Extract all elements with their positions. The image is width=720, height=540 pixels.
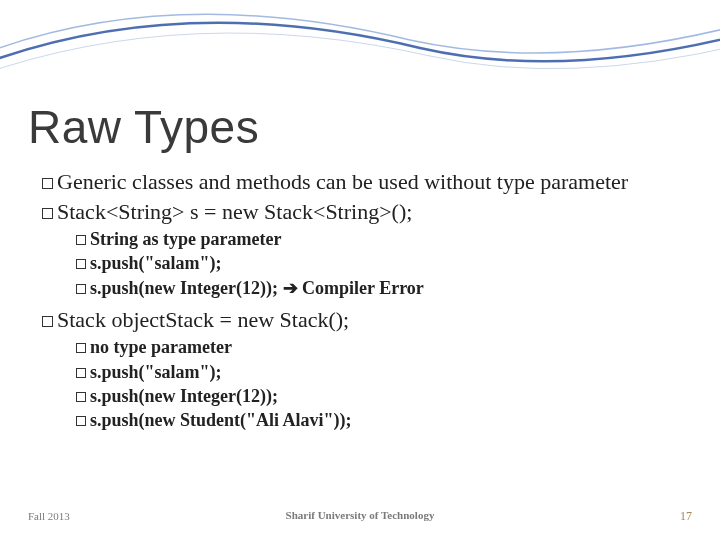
- sub-push-student: s.push(new Student("Ali Alavi"));: [76, 408, 692, 432]
- sub-no-type-param: no type parameter: [76, 335, 692, 359]
- slide-title: Raw Types: [28, 100, 692, 154]
- sub-push-salam-1: s.push("salam");: [76, 251, 692, 275]
- sub-push-integer-2: s.push(new Integer(12));: [76, 384, 692, 408]
- sub-push-salam-2: s.push("salam");: [76, 360, 692, 384]
- slide-content: Raw Types Generic classes and methods ca…: [28, 100, 692, 433]
- decorative-swoosh: [0, 0, 720, 100]
- arrow-icon: ➔: [283, 278, 298, 298]
- sub-push-integer-error: s.push(new Integer(12)); ➔ Compiler Erro…: [76, 276, 692, 300]
- page-number: 17: [680, 509, 692, 524]
- footer-term: Fall 2013: [28, 510, 70, 522]
- bullet-generic-intro: Generic classes and methods can be used …: [42, 168, 692, 196]
- footer-university: Sharif University of Technology: [286, 509, 435, 521]
- bullet-raw-stack: Stack objectStack = new Stack();: [42, 306, 692, 334]
- sub-string-param: String as type parameter: [76, 227, 692, 251]
- bullet-typed-stack: Stack<String> s = new Stack<String>();: [42, 198, 692, 226]
- slide-footer: Fall 2013 Sharif University of Technolog…: [28, 509, 692, 524]
